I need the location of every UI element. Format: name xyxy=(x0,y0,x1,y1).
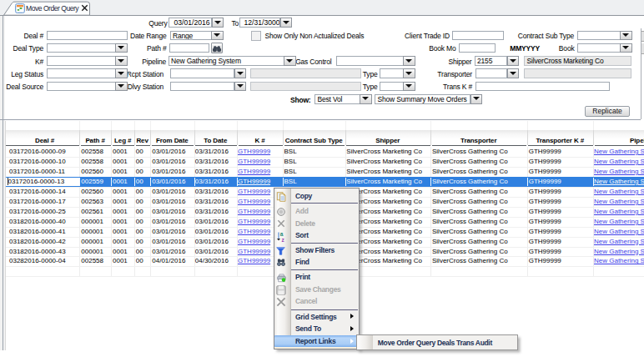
svg-text:z: z xyxy=(281,237,284,242)
